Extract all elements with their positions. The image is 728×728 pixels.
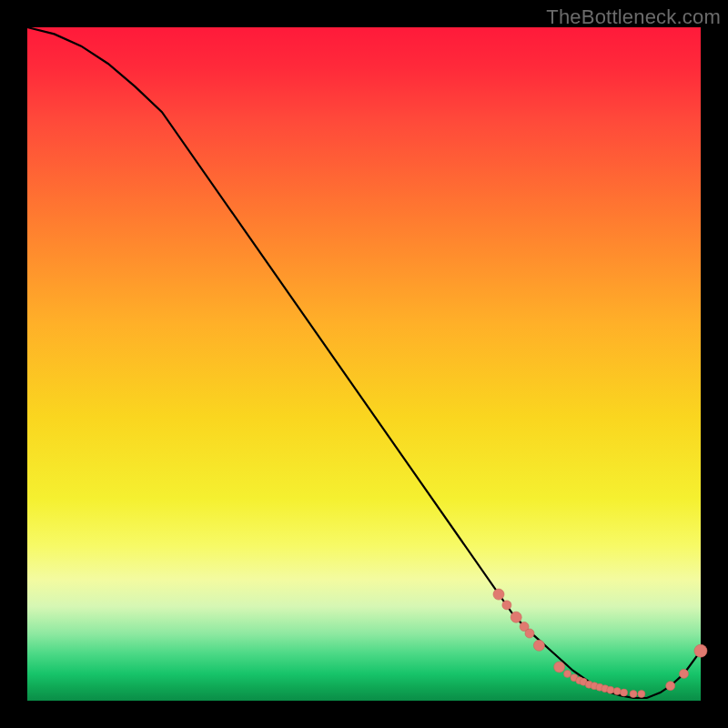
chart-svg	[27, 27, 701, 701]
marker-dot	[564, 670, 571, 677]
marker-dot	[607, 686, 614, 693]
marker-dot	[666, 682, 675, 691]
marker-dot	[533, 640, 544, 651]
watermark-text: TheBottleneck.com	[546, 5, 721, 29]
marker-dot	[502, 601, 511, 610]
marker-dot	[630, 691, 637, 698]
marker-dot	[694, 644, 707, 657]
marker-dot	[638, 691, 645, 698]
marker-dot	[680, 669, 689, 678]
marker-dot	[511, 612, 521, 622]
marker-dot	[525, 629, 534, 638]
marker-dot	[613, 688, 621, 695]
plot-area	[27, 27, 701, 701]
marker-dot	[493, 589, 504, 600]
marker-dot	[621, 689, 628, 696]
bottleneck-curve-line	[27, 27, 701, 698]
chart-container: TheBottleneck.com	[0, 0, 728, 728]
marker-dot	[554, 662, 565, 672]
